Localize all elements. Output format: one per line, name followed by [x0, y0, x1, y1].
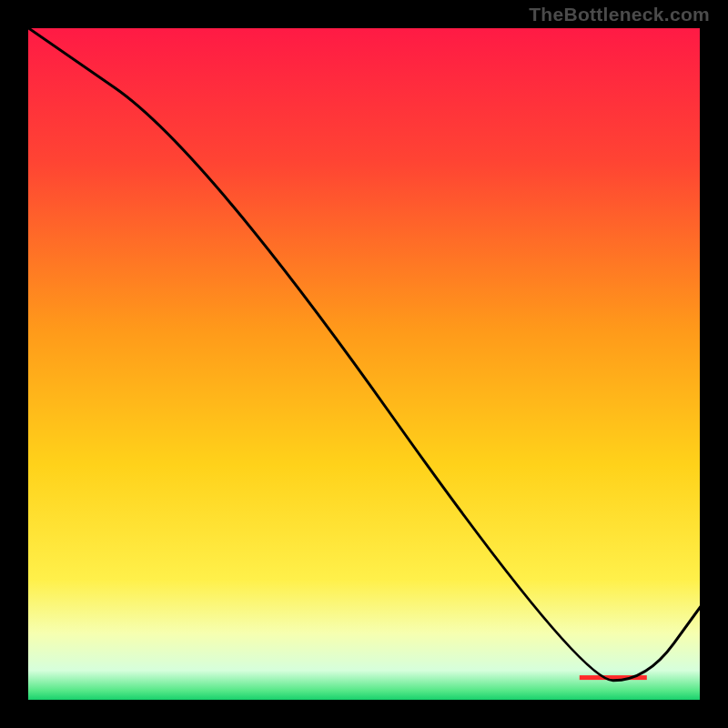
gradient-background	[27, 27, 701, 701]
watermark-text: TheBottleneck.com	[529, 4, 710, 25]
bottleneck-chart	[27, 27, 701, 701]
chart-frame: TheBottleneck.com	[0, 0, 728, 728]
plot-area	[27, 27, 701, 701]
